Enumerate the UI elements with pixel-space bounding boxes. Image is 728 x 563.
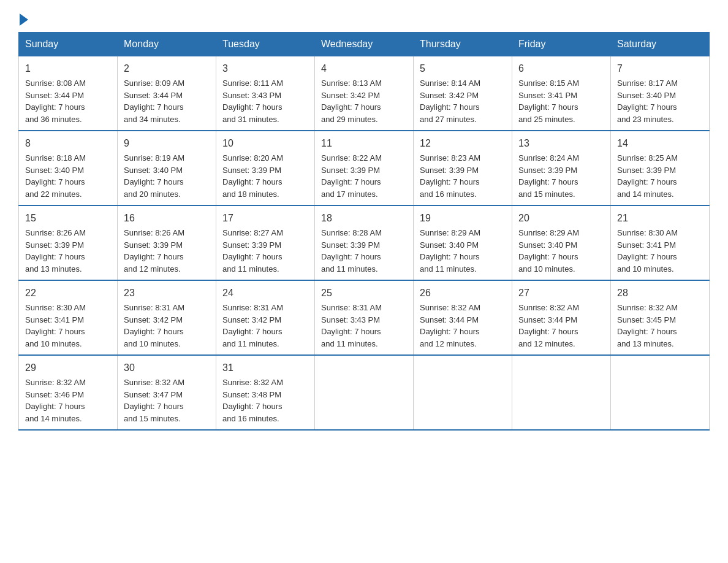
calendar-cell: 23 Sunrise: 8:31 AM Sunset: 3:42 PM Dayl… [118, 280, 216, 355]
daylight-label: Daylight: 7 hours [124, 102, 184, 112]
sunset-label: Sunset: 3:39 PM [321, 240, 380, 250]
calendar-cell: 28 Sunrise: 8:32 AM Sunset: 3:45 PM Dayl… [611, 280, 710, 355]
calendar-cell: 17 Sunrise: 8:27 AM Sunset: 3:39 PM Dayl… [216, 205, 315, 280]
daylight-minutes: and 23 minutes. [617, 115, 674, 124]
sunset-label: Sunset: 3:44 PM [518, 315, 577, 324]
sunrise-label: Sunrise: 8:20 AM [222, 153, 283, 163]
day-number: 9 [124, 136, 210, 151]
calendar-cell [414, 355, 512, 430]
daylight-label: Daylight: 7 hours [124, 252, 184, 261]
daylight-minutes: and 11 minutes. [321, 264, 378, 274]
calendar-cell: 22 Sunrise: 8:30 AM Sunset: 3:41 PM Dayl… [19, 280, 118, 355]
calendar-cell [315, 355, 414, 430]
sunset-label: Sunset: 3:40 PM [617, 91, 676, 100]
sunrise-label: Sunrise: 8:29 AM [518, 228, 579, 237]
daylight-minutes: and 11 minutes. [222, 264, 279, 274]
calendar-table: SundayMondayTuesdayWednesdayThursdayFrid… [18, 32, 710, 431]
daylight-label: Daylight: 7 hours [222, 252, 282, 261]
daylight-minutes: and 12 minutes. [420, 339, 477, 348]
daylight-label: Daylight: 7 hours [617, 102, 677, 112]
weekday-header: Wednesday [315, 33, 414, 56]
sunrise-label: Sunrise: 8:18 AM [25, 153, 86, 163]
sunset-label: Sunset: 3:39 PM [124, 240, 183, 250]
sunset-label: Sunset: 3:41 PM [518, 91, 577, 100]
calendar-cell: 9 Sunrise: 8:19 AM Sunset: 3:40 PM Dayli… [118, 131, 216, 205]
calendar-cell: 31 Sunrise: 8:32 AM Sunset: 3:48 PM Dayl… [216, 355, 315, 430]
calendar-cell: 30 Sunrise: 8:32 AM Sunset: 3:47 PM Dayl… [118, 355, 216, 430]
sunrise-label: Sunrise: 8:32 AM [124, 378, 184, 387]
day-number: 13 [518, 136, 604, 151]
calendar-cell [611, 355, 710, 430]
daylight-minutes: and 11 minutes. [222, 339, 279, 348]
day-number: 26 [420, 286, 506, 301]
sunset-label: Sunset: 3:42 PM [222, 315, 281, 324]
sunrise-label: Sunrise: 8:08 AM [25, 79, 86, 88]
sunset-label: Sunset: 3:39 PM [25, 240, 84, 250]
daylight-minutes: and 10 minutes. [25, 339, 82, 348]
logo-blue-container [18, 12, 28, 26]
daylight-minutes: and 12 minutes. [124, 264, 181, 274]
daylight-label: Daylight: 7 hours [124, 402, 184, 411]
sunset-label: Sunset: 3:40 PM [518, 240, 577, 250]
sunset-label: Sunset: 3:39 PM [222, 166, 281, 175]
daylight-label: Daylight: 7 hours [321, 327, 381, 336]
daylight-label: Daylight: 7 hours [25, 102, 85, 112]
calendar-cell: 2 Sunrise: 8:09 AM Sunset: 3:44 PM Dayli… [118, 56, 216, 131]
daylight-label: Daylight: 7 hours [617, 252, 677, 261]
daylight-label: Daylight: 7 hours [321, 177, 381, 186]
weekday-header: Thursday [414, 33, 512, 56]
sunrise-label: Sunrise: 8:32 AM [25, 378, 86, 387]
daylight-label: Daylight: 7 hours [321, 252, 381, 261]
sunrise-label: Sunrise: 8:32 AM [518, 303, 579, 312]
daylight-label: Daylight: 7 hours [518, 252, 578, 261]
sunset-label: Sunset: 3:40 PM [124, 166, 183, 175]
day-number: 24 [222, 286, 308, 301]
calendar-cell: 19 Sunrise: 8:29 AM Sunset: 3:40 PM Dayl… [414, 205, 512, 280]
sunrise-label: Sunrise: 8:27 AM [222, 228, 283, 237]
sunrise-label: Sunrise: 8:31 AM [222, 303, 283, 312]
calendar-cell: 12 Sunrise: 8:23 AM Sunset: 3:39 PM Dayl… [414, 131, 512, 205]
calendar-cell: 8 Sunrise: 8:18 AM Sunset: 3:40 PM Dayli… [19, 131, 118, 205]
daylight-label: Daylight: 7 hours [25, 177, 85, 186]
day-number: 10 [222, 136, 308, 151]
daylight-label: Daylight: 7 hours [25, 327, 85, 336]
sunrise-label: Sunrise: 8:31 AM [124, 303, 184, 312]
day-number: 22 [25, 286, 111, 301]
day-number: 20 [518, 211, 604, 226]
sunrise-label: Sunrise: 8:19 AM [124, 153, 184, 163]
sunset-label: Sunset: 3:39 PM [321, 166, 380, 175]
calendar-week-row: 29 Sunrise: 8:32 AM Sunset: 3:46 PM Dayl… [19, 355, 710, 430]
sunrise-label: Sunrise: 8:32 AM [222, 378, 283, 387]
daylight-label: Daylight: 7 hours [420, 102, 480, 112]
calendar-week-row: 8 Sunrise: 8:18 AM Sunset: 3:40 PM Dayli… [19, 131, 710, 205]
sunset-label: Sunset: 3:43 PM [321, 315, 380, 324]
daylight-minutes: and 17 minutes. [321, 190, 378, 199]
daylight-label: Daylight: 7 hours [222, 327, 282, 336]
daylight-label: Daylight: 7 hours [124, 177, 184, 186]
day-number: 1 [25, 61, 111, 76]
calendar-cell: 29 Sunrise: 8:32 AM Sunset: 3:46 PM Dayl… [19, 355, 118, 430]
sunset-label: Sunset: 3:39 PM [518, 166, 577, 175]
calendar-cell: 10 Sunrise: 8:20 AM Sunset: 3:39 PM Dayl… [216, 131, 315, 205]
calendar-cell: 6 Sunrise: 8:15 AM Sunset: 3:41 PM Dayli… [512, 56, 611, 131]
day-number: 11 [321, 136, 407, 151]
daylight-minutes: and 27 minutes. [420, 115, 477, 124]
sunrise-label: Sunrise: 8:15 AM [518, 79, 579, 88]
sunset-label: Sunset: 3:42 PM [124, 315, 183, 324]
daylight-label: Daylight: 7 hours [420, 327, 480, 336]
calendar-cell: 13 Sunrise: 8:24 AM Sunset: 3:39 PM Dayl… [512, 131, 611, 205]
sunrise-label: Sunrise: 8:31 AM [321, 303, 382, 312]
daylight-minutes: and 15 minutes. [124, 414, 181, 423]
daylight-minutes: and 31 minutes. [222, 115, 279, 124]
daylight-minutes: and 10 minutes. [518, 264, 575, 274]
sunset-label: Sunset: 3:42 PM [420, 91, 479, 100]
weekday-header: Saturday [611, 33, 710, 56]
daylight-label: Daylight: 7 hours [222, 177, 282, 186]
calendar-cell: 7 Sunrise: 8:17 AM Sunset: 3:40 PM Dayli… [611, 56, 710, 131]
sunset-label: Sunset: 3:40 PM [25, 166, 84, 175]
daylight-minutes: and 36 minutes. [25, 115, 82, 124]
calendar-cell: 25 Sunrise: 8:31 AM Sunset: 3:43 PM Dayl… [315, 280, 414, 355]
sunrise-label: Sunrise: 8:32 AM [617, 303, 678, 312]
sunset-label: Sunset: 3:41 PM [617, 240, 676, 250]
calendar-week-row: 15 Sunrise: 8:26 AM Sunset: 3:39 PM Dayl… [19, 205, 710, 280]
